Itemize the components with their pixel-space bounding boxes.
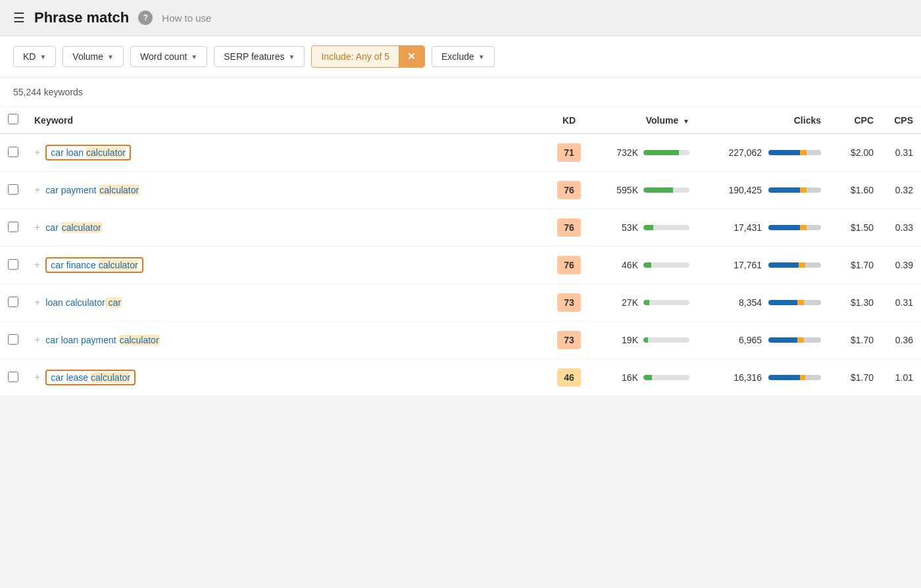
volume-sort-icon: ▼ [683,118,689,125]
clicks-value: 8,354 [722,297,762,308]
help-icon[interactable]: ? [138,11,153,25]
cpc-value: $1.70 [851,260,874,270]
volume-bar [643,300,689,305]
keyword-link[interactable]: car loan payment calculator [45,335,159,345]
table-row: + car payment calculator 76 595K 190,425 [0,172,921,209]
clicks-bar [768,337,821,343]
hamburger-icon[interactable]: ☰ [13,11,25,24]
table-row: + car loan payment calculator 73 19K 6,9… [0,322,921,359]
clicks-value: 227,062 [722,147,762,158]
row-checkbox[interactable] [8,222,18,232]
header: ☰ Phrase match ? How to use [0,0,921,36]
kd-filter-label: KD [23,51,36,62]
th-kd: KD [546,107,592,134]
volume-value: 16K [612,372,638,383]
cps-value: 0.39 [895,260,913,270]
volume-bar [643,225,689,230]
volume-chevron-icon: ▼ [107,53,114,61]
keyword-link[interactable]: car finance calculator [45,257,143,273]
kd-chevron-icon: ▼ [39,53,46,61]
clicks-bar [768,187,821,193]
cpc-value: $1.60 [851,185,874,195]
kd-badge: 73 [557,331,581,349]
row-add-icon[interactable]: + [34,184,40,196]
include-filter-label[interactable]: Include: Any of 5 [312,47,399,66]
volume-bar [643,187,689,193]
kd-filter-button[interactable]: KD ▼ [13,46,56,67]
exclude-chevron-icon: ▼ [478,53,485,61]
volume-bar [643,262,689,268]
volume-value: 46K [612,260,638,270]
clicks-bar [768,150,821,155]
select-all-checkbox[interactable] [8,114,18,124]
th-checkbox [0,107,26,134]
kd-badge: 46 [557,368,581,387]
volume-filter-label: Volume [72,51,103,62]
row-checkbox[interactable] [8,184,18,195]
include-filter-group: Include: Any of 5 ✕ [311,45,425,68]
word-count-filter-button[interactable]: Word count ▼ [130,46,207,67]
row-checkbox[interactable] [8,334,18,345]
volume-bar [643,150,689,155]
th-keyword: Keyword [26,107,546,134]
keyword-link[interactable]: car payment calculator [45,185,139,195]
cps-value: 0.36 [895,335,913,345]
cpc-value: $1.70 [851,372,874,383]
cps-value: 0.32 [895,185,913,195]
keyword-link[interactable]: car loan calculator [45,145,131,160]
table-row: + car loan calculator 71 732K 227,062 [0,134,921,172]
volume-bar [643,375,689,380]
cps-value: 0.31 [895,297,913,308]
row-checkbox[interactable] [8,372,18,382]
volume-value: 53K [612,222,638,233]
table-row: + loan calculator car 73 27K 8,354 [0,284,921,322]
how-to-use-link[interactable]: How to use [162,12,211,24]
volume-value: 27K [612,297,638,308]
cps-value: 0.33 [895,222,913,233]
row-add-icon[interactable]: + [34,259,40,271]
keyword-link[interactable]: loan calculator car [45,297,122,308]
cpc-value: $2.00 [851,147,874,158]
th-volume[interactable]: Volume ▼ [592,107,697,134]
table-container: Keyword KD Volume ▼ Clicks CPC [0,107,921,397]
keyword-link[interactable]: car lease calculator [45,370,136,385]
clicks-value: 17,761 [722,260,762,270]
kd-badge: 73 [557,293,581,312]
row-add-icon[interactable]: + [34,372,40,383]
include-filter-close-button[interactable]: ✕ [399,46,424,67]
kd-badge: 76 [557,181,581,199]
clicks-bar [768,300,821,305]
cps-value: 1.01 [895,372,913,383]
serp-features-filter-button[interactable]: SERP features ▼ [214,46,305,67]
clicks-value: 190,425 [722,185,762,195]
volume-value: 595K [612,185,638,195]
cpc-value: $1.70 [851,335,874,345]
page-title: Phrase match [34,9,129,26]
clicks-bar [768,262,821,268]
volume-value: 19K [612,335,638,345]
volume-value: 732K [612,147,638,158]
content-area: 55,244 keywords Keyword KD Volume ▼ [0,78,921,397]
clicks-bar [768,225,821,230]
volume-filter-button[interactable]: Volume ▼ [62,46,124,67]
clicks-bar [768,375,821,380]
table-row: + car lease calculator 46 16K 16,316 [0,359,921,397]
row-checkbox[interactable] [8,147,18,157]
cps-value: 0.31 [895,147,913,158]
exclude-filter-button[interactable]: Exclude ▼ [432,46,495,67]
row-add-icon[interactable]: + [34,297,40,308]
row-checkbox[interactable] [8,259,18,270]
keywords-count: 55,244 keywords [0,78,921,107]
serp-features-filter-label: SERP features [224,51,284,62]
kd-badge: 76 [557,256,581,274]
row-add-icon[interactable]: + [34,147,40,159]
cpc-value: $1.30 [851,297,874,308]
serp-chevron-icon: ▼ [289,53,295,61]
th-clicks: Clicks [697,107,829,134]
exclude-filter-label: Exclude [441,51,474,62]
row-add-icon[interactable]: + [34,334,40,346]
row-add-icon[interactable]: + [34,222,40,233]
row-checkbox[interactable] [8,297,18,307]
word-count-chevron-icon: ▼ [191,53,197,61]
keyword-link[interactable]: car calculator [45,222,101,233]
